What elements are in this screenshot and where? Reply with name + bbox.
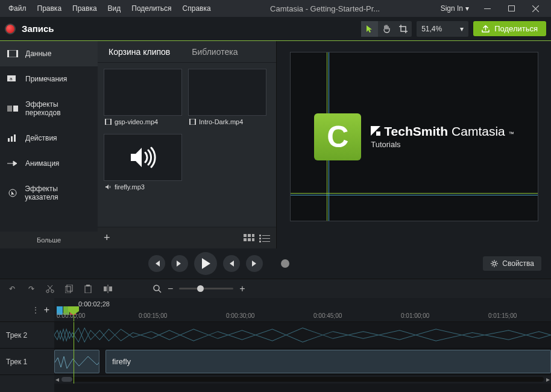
zoom-out-button[interactable]: − <box>168 283 173 294</box>
timeline: ⋮ + Трек 2 Трек 1 0:00:02;28 0:00:00;00 … <box>0 298 551 392</box>
sign-in-link[interactable]: Sign In ▾ <box>435 4 475 13</box>
timecode: 0:00:02;28 <box>78 300 110 308</box>
clip-thumbnail <box>104 69 182 116</box>
tab-library[interactable]: Библиотека <box>181 41 248 62</box>
annotation-icon: a <box>7 75 18 83</box>
timeline-track[interactable] <box>54 322 551 349</box>
sidebar-item-transitions[interactable]: Эффекты переходов <box>0 92 98 125</box>
svg-rect-17 <box>189 119 190 125</box>
minimize-button[interactable] <box>475 0 499 17</box>
maximize-button[interactable] <box>499 0 523 17</box>
tick-label: 0:01:00;00 <box>401 312 429 319</box>
video-icon <box>189 119 196 125</box>
menu-view[interactable]: Вид <box>103 2 126 14</box>
properties-button[interactable]: Свойства <box>483 256 541 271</box>
animation-icon <box>7 159 18 168</box>
window-controls <box>475 0 547 17</box>
playhead-handle[interactable] <box>67 306 80 315</box>
tick-label: 0:00:30;00 <box>226 312 254 319</box>
clip-label: firefly <box>112 357 131 366</box>
split-button[interactable] <box>104 285 113 293</box>
speaker-icon <box>128 145 157 169</box>
sidebar-item-label: Данные <box>25 49 51 58</box>
record-button[interactable]: Запись <box>5 24 54 34</box>
timeline-clip[interactable]: firefly <box>105 350 551 373</box>
play-button[interactable] <box>194 252 217 275</box>
svg-point-32 <box>493 262 496 265</box>
next-clip-button[interactable] <box>246 255 263 272</box>
playback-bar: Свойства <box>0 248 551 279</box>
svg-rect-11 <box>14 134 16 142</box>
zoom-dropdown[interactable]: 51,4% ▾ <box>417 21 468 37</box>
svg-rect-4 <box>16 50 18 57</box>
clip-name: Intro-Dark.mp4 <box>199 118 243 125</box>
svg-rect-3 <box>7 50 9 57</box>
timeline-clip[interactable] <box>54 350 99 373</box>
menu-edit[interactable]: Правка <box>33 2 67 14</box>
clip-name: gsp-video.mp4 <box>115 118 158 125</box>
svg-rect-18 <box>195 119 196 125</box>
sidebar-item-animations[interactable]: Анимация <box>0 151 98 176</box>
next-frame-button[interactable] <box>171 255 188 272</box>
main-menu: Файл Правка Правка Вид Поделиться Справк… <box>4 2 216 14</box>
playhead-line <box>74 322 74 384</box>
brand-product: Camtasia <box>452 124 505 139</box>
svg-rect-38 <box>86 285 90 286</box>
zoom-in-button[interactable]: + <box>239 283 245 294</box>
properties-label: Свойства <box>502 259 534 268</box>
share-button[interactable]: Поделиться <box>473 21 546 36</box>
timeline-track[interactable]: firefly <box>54 349 551 375</box>
svg-rect-21 <box>252 234 254 237</box>
timeline-toolbar: ↶ ↷ − + <box>0 279 551 298</box>
prev-frame-button[interactable] <box>148 255 165 272</box>
playhead-scrubber[interactable] <box>281 259 289 268</box>
sidebar-item-behaviors[interactable]: Действия <box>0 125 98 151</box>
svg-rect-35 <box>65 286 71 293</box>
track-options-button[interactable]: ⋮ <box>32 306 39 314</box>
menu-help[interactable]: Справка <box>178 2 216 14</box>
timeline-ruler[interactable]: 0:00:02;28 0:00:00;00 0:00:15;00 0:00:30… <box>54 298 551 322</box>
cut-button[interactable] <box>46 285 55 293</box>
svg-rect-0 <box>484 8 491 9</box>
upload-icon <box>482 25 490 33</box>
magnifier-icon <box>153 285 162 293</box>
sidebar: Данные a Примечания Эффекты переходов Де… <box>0 41 98 248</box>
menu-edit2[interactable]: Правка <box>68 2 102 14</box>
menu-share[interactable]: Поделиться <box>127 2 176 14</box>
sidebar-item-cursor-effects[interactable]: Эффекты указателя <box>0 176 98 210</box>
add-track-button[interactable]: + <box>44 305 49 315</box>
clip-item[interactable]: firefly.mp3 <box>104 134 182 193</box>
paste-button[interactable] <box>84 285 94 293</box>
guide-horizontal <box>291 193 538 194</box>
svg-rect-25 <box>259 235 261 236</box>
list-view-icon[interactable] <box>259 234 270 242</box>
tick-label: 0:00:15;00 <box>139 312 167 319</box>
undo-button[interactable]: ↶ <box>7 285 17 293</box>
add-media-button[interactable]: + <box>104 232 110 244</box>
crop-tool[interactable] <box>395 21 412 37</box>
canvas[interactable]: C TechSmith Camtasia™ Tutorials <box>290 52 538 221</box>
sidebar-item-label: Примечания <box>25 75 67 83</box>
prev-clip-button[interactable] <box>223 255 240 272</box>
redo-button[interactable]: ↷ <box>27 285 36 293</box>
select-tool[interactable] <box>361 21 378 37</box>
chevron-down-icon: ▾ <box>460 25 464 33</box>
svg-rect-29 <box>259 241 261 242</box>
tab-clip-bin[interactable]: Корзина клипов <box>98 41 181 62</box>
svg-text:a: a <box>10 76 13 81</box>
sidebar-item-media[interactable]: Данные <box>0 41 98 66</box>
clip-item[interactable]: Intro-Dark.mp4 <box>188 69 266 128</box>
track-header[interactable]: Трек 2 <box>0 322 54 349</box>
sidebar-item-annotations[interactable]: a Примечания <box>0 66 98 92</box>
grid-view-icon[interactable] <box>244 234 254 242</box>
timeline-scrollbar[interactable]: ◂ ▸ <box>54 375 551 384</box>
menu-file[interactable]: Файл <box>4 2 31 14</box>
close-button[interactable] <box>523 0 547 17</box>
copy-button[interactable] <box>65 285 75 293</box>
sidebar-more[interactable]: Больше <box>0 232 98 248</box>
clip-item[interactable]: gsp-video.mp4 <box>104 69 182 128</box>
record-icon <box>5 24 16 34</box>
timeline-zoom-slider[interactable] <box>179 288 233 289</box>
track-header[interactable]: Трек 1 <box>0 349 54 375</box>
pan-tool[interactable] <box>378 21 395 37</box>
